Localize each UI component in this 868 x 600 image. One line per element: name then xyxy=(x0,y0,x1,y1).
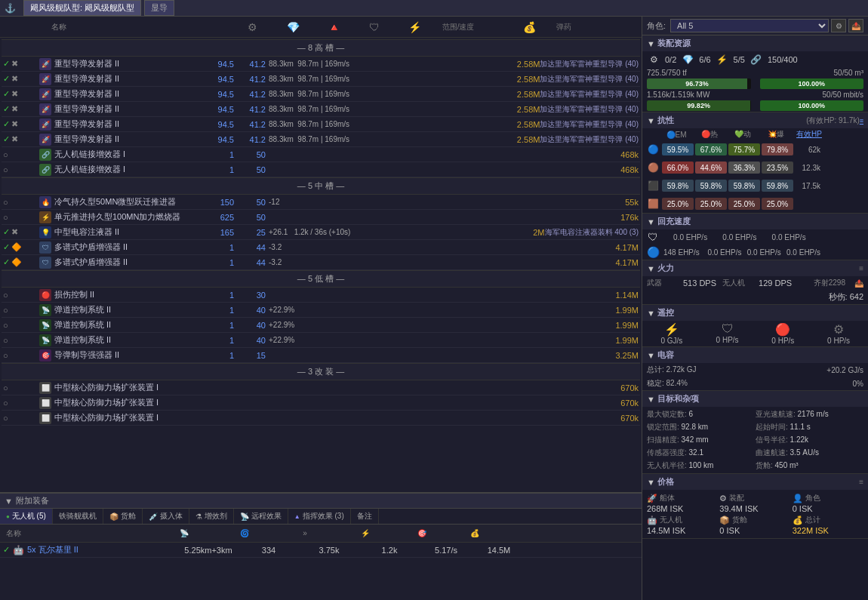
module-row-m4[interactable]: ✓🔶 🛡 多谱式护盾增强器 II 1 44 -3.2 4.17M xyxy=(2,240,640,255)
role-p-val: 0 ISK xyxy=(793,504,813,513)
tool-icon: ✖ xyxy=(11,134,18,144)
resist-hull-row: ⬛ 59.8% 59.8% 59.8% 59.8% 17.5k xyxy=(642,177,868,195)
module-row-h2[interactable]: ✓✖ 🚀 重型导弹发射器 II 94.5 41.2 88.3km 98.7m |… xyxy=(2,72,640,87)
tab-implants-label: 摄入体 xyxy=(160,511,183,522)
cpu-label-row: 725.5/750 tf 50/50 m³ xyxy=(642,68,868,78)
module-row-h4[interactable]: ✓✖ 🚀 重型导弹发射器 II 94.5 41.2 88.3km 98.7m |… xyxy=(2,102,640,117)
t8: 曲速航速: 3.5 AU/s xyxy=(756,447,863,459)
two-bars-1: 96.73% 100.00% xyxy=(642,78,868,90)
equip-icon: ⚙ xyxy=(719,494,727,503)
module-row-m3[interactable]: ✓✖ 💡 中型电容注液器 II 165 25 +26.1 1.2k / 36s … xyxy=(2,225,640,240)
section-firepower-header[interactable]: ▼ 火力 ≡ xyxy=(642,260,868,276)
section-resistance-header[interactable]: ▼ 抗性 (有效HP: 91.7k) ≡ xyxy=(642,112,868,128)
module-icon: 🚀 xyxy=(39,73,51,85)
price: 176k xyxy=(593,213,639,222)
hp-header[interactable]: 有效HP xyxy=(793,129,825,140)
space: ✖ xyxy=(10,350,17,360)
tab-command[interactable]: ▲ 指挥效果 (3) xyxy=(288,509,351,524)
drone-p-val: 14.5M ISK xyxy=(647,526,685,535)
t5: 扫描精度: 342 mm xyxy=(647,434,755,446)
tab-drones[interactable]: ● 无人机 (5) xyxy=(0,509,53,524)
module-row-m2[interactable]: ○✖ ⚡ 单元推进持久型100MN加力燃烧器 625 50 176k xyxy=(2,210,640,225)
section-equipment-header[interactable]: ▼ 装配资源 xyxy=(642,35,868,51)
section-capacitor-header[interactable]: ▼ 电容 xyxy=(642,347,868,363)
module-row-m1[interactable]: ○✖ 🔥 冷气持久型50MN微型跃迁推进器 150 50 -12 55k xyxy=(2,195,640,210)
drone-price: 14.5M xyxy=(472,546,525,555)
check-icon: ✓ xyxy=(3,119,10,129)
module-row-l2[interactable]: ○✖ 📡 弹道控制系统 II 1 40 +22.9% 1.99M xyxy=(2,303,640,318)
module-list[interactable]: — 8 高 槽 — ✓✖ 🚀 重型导弹发射器 II 94.5 41.2 88.3… xyxy=(0,38,642,492)
module-row-h1[interactable]: ✓✖ 🚀 重型导弹发射器 II 94.5 41.2 88.3km 98.7m |… xyxy=(2,57,640,72)
module-row-h3[interactable]: ✓✖ 🚀 重型导弹发射器 II 94.5 41.2 88.3km 98.7m |… xyxy=(2,87,640,102)
module-row-r1[interactable]: ○✖ ⬜ 中型核心防御力场扩张装置 I 670k xyxy=(2,380,640,395)
section-navigation-title: 遥控 xyxy=(657,307,863,318)
cpu-val: 1 xyxy=(205,351,237,360)
module-row-m5[interactable]: ✓🔶 🛡 多谱式护盾增强器 II 1 44 -3.2 4.17M xyxy=(2,255,640,270)
tab-implants[interactable]: 💉 摄入体 xyxy=(143,509,189,524)
ex-col: 💥爆 xyxy=(760,129,792,140)
section-targeting-header[interactable]: ▼ 目标和杂项 xyxy=(642,391,868,407)
section-regen-title: 回充速度 xyxy=(657,216,863,227)
collapse-arrow: ▼ xyxy=(647,309,655,318)
resist-shield-row: 🔵 59.5% 67.6% 75.7% 79.8% 62k xyxy=(642,140,868,158)
regen-a2: 0.0 EHP/s xyxy=(745,248,783,257)
column-header: 名称 ⚙ 💎 🔺 🛡 ⚡ 范围/速度 💰 弹药 xyxy=(0,17,642,38)
cpu-val: 1 xyxy=(205,336,237,345)
addon-label: 附加装备 xyxy=(16,495,49,506)
role-p-label: 角色 xyxy=(805,493,820,503)
charge: 加达里海军雷神重型导弹 (40) xyxy=(540,119,639,130)
drone-row-1[interactable]: ✓ 🤖 5x 瓦尔基里 II 5.25km+3km 334 3.75k 1.2k… xyxy=(0,543,642,558)
equip-label: 装配 xyxy=(729,493,744,503)
tab-boosters[interactable]: ⚗ 增效剂 xyxy=(189,509,234,524)
module-row-l4[interactable]: ○✖ 📡 弹道控制系统 II 1 40 +22.9% 1.99M xyxy=(2,333,640,348)
tab-fighters[interactable]: 铁骑舰载机 xyxy=(53,509,103,524)
module-row-r2[interactable]: ○✖ ⬜ 中型核心防御力场扩张装置 I 670k xyxy=(2,395,640,411)
total-em: 25.0% xyxy=(662,198,694,210)
section-navigation-header[interactable]: ▼ 遥控 xyxy=(642,305,868,321)
total-th: 25.0% xyxy=(695,198,727,210)
tab-cargo[interactable]: 📦 货舱 xyxy=(103,509,143,524)
module-row-l1[interactable]: ○✖ 🔴 损伤控制 II 1 30 1.14M xyxy=(2,288,640,303)
section-price-header[interactable]: ▼ 价格 ≡ xyxy=(642,474,868,490)
regen-shield-vals: 0.0 EHP/s 0.0 EHP/s 0.0 EHP/s xyxy=(663,232,865,243)
collapse-triangle[interactable]: ▼ xyxy=(5,497,13,506)
tab-secondary[interactable]: 显导 xyxy=(144,0,174,16)
drone-col-name: 名称 xyxy=(3,528,154,539)
nav-val-2: 0 HP/s xyxy=(701,336,754,344)
export-btn[interactable]: 📤 xyxy=(848,19,863,32)
price-menu[interactable]: ≡ xyxy=(859,478,863,486)
module-row-h7[interactable]: ○✖ 🔗 无人机链接增效器 I 1 50 468k xyxy=(2,147,640,162)
firepower-menu[interactable]: ≡ xyxy=(859,264,863,272)
tool-icon: ✖ xyxy=(11,227,18,237)
price-role: 👤 角色 0 ISK xyxy=(793,493,863,513)
role-select[interactable]: All 5 xyxy=(670,19,829,32)
tab-notes[interactable]: 备注 xyxy=(351,509,379,524)
module-row-h8[interactable]: ○✖ 🔗 无人机链接增效器 I 1 50 468k xyxy=(2,162,640,177)
col-icon-6: 范围/速度 xyxy=(442,22,503,32)
module-row-l3[interactable]: ○✖ 📡 弹道控制系统 II 1 40 +22.9% 1.99M xyxy=(2,318,640,333)
drone-col-dps: ⚡ xyxy=(335,529,396,537)
main-area: 名称 ⚙ 💎 🔺 🛡 ⚡ 范围/速度 💰 弹药 — 8 高 槽 — ✓✖ 🚀 重… xyxy=(0,17,868,600)
ki-col: 💚动 xyxy=(727,129,759,140)
shield-resist-icon: 🔵 xyxy=(645,142,660,157)
tab-remote[interactable]: 📡 远程效果 xyxy=(234,509,288,524)
module-row-h6[interactable]: ✓✖ 🚀 重型导弹发射器 II 94.5 41.2 88.3km 98.7m |… xyxy=(2,132,640,147)
t4: 起始时间: 11.1 s xyxy=(756,421,863,433)
section-regen-header[interactable]: ▼ 回充速度 xyxy=(642,214,868,229)
space: ✖ xyxy=(10,320,17,330)
role-p-icon: 👤 xyxy=(793,494,803,503)
module-row-l5[interactable]: ○✖ 🎯 导弹制导强强器 II 1 15 3.25M xyxy=(2,348,640,363)
module-icon: ⬜ xyxy=(39,397,51,409)
price-equip: ⚙ 装配 39.4M ISK xyxy=(719,493,790,513)
tab-main[interactable]: 飓风级舰队型: 飓风级舰队型 xyxy=(23,0,141,16)
collapse-arrow: ▼ xyxy=(647,116,655,125)
module-name: 多谱式护盾增强器 II xyxy=(54,257,205,268)
check-icon: ✓ xyxy=(3,59,10,69)
module-row-r3[interactable]: ○✖ ⬜ 中型核心防御力场扩张装置 I 670k xyxy=(2,411,640,426)
calibration-val: 0/2 xyxy=(665,55,676,64)
options-btn[interactable]: ⚙ xyxy=(831,19,846,32)
module-row-h5[interactable]: ✓✖ 🚀 重型导弹发射器 II 94.5 41.2 88.3km 98.7m |… xyxy=(2,117,640,132)
hull-icon-row: 🚀 船体 xyxy=(647,493,675,503)
t3: 锁定范围: 92.8 km xyxy=(647,421,755,433)
ehp-btn[interactable]: ≡ xyxy=(860,117,863,125)
